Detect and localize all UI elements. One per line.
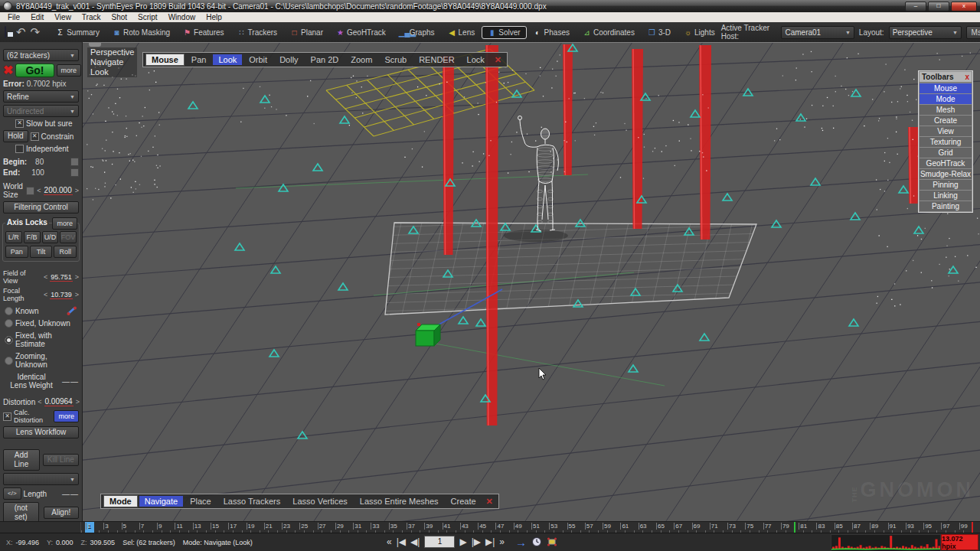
- step-back-button[interactable]: ◀|: [410, 535, 420, 549]
- slow-but-sure-checkbox[interactable]: ✕: [15, 119, 24, 128]
- active-tracker-host-select[interactable]: Camera01▼: [781, 26, 854, 39]
- axis-lock-ud[interactable]: U/D: [42, 231, 59, 243]
- align-button[interactable]: Align!: [44, 507, 80, 519]
- go-start-button[interactable]: |◀: [397, 535, 406, 549]
- mousebar-scrub[interactable]: Scrub: [379, 54, 412, 65]
- menu-item-window[interactable]: Window: [164, 13, 201, 21]
- fit-image-icon[interactable]: [547, 536, 557, 547]
- tab-graphs[interactable]: ▁▄▂Graphs: [393, 26, 441, 39]
- focal-length-value[interactable]: 10.739: [50, 291, 73, 299]
- world-size-value[interactable]: 200.000: [44, 186, 73, 195]
- axis-lock-fb[interactable]: F/B: [24, 231, 41, 243]
- tab-coordinates[interactable]: ⊿Coordinates: [577, 26, 641, 39]
- toolbars-item-pinning[interactable]: Pinning: [920, 180, 972, 190]
- direction-dropdown[interactable]: Undirected▼: [3, 105, 79, 117]
- constrain-checkbox[interactable]: ✕: [31, 132, 39, 141]
- step-forward-button[interactable]: |▶: [472, 535, 481, 549]
- toolbars-item-mode[interactable]: Mode: [920, 94, 972, 104]
- distortion-value[interactable]: 0.00964: [44, 397, 74, 406]
- menu-item-file[interactable]: File: [3, 13, 24, 21]
- cancel-solve-button[interactable]: ✖: [3, 65, 13, 76]
- toolbars-item-view[interactable]: View: [920, 126, 972, 136]
- filtering-control-button[interactable]: Filtering Control: [3, 201, 79, 214]
- fov-dec[interactable]: <: [44, 273, 47, 281]
- menu-item-shot[interactable]: Shot: [107, 13, 132, 21]
- mousebar-lock[interactable]: Lock: [462, 54, 490, 65]
- modebar-navigate[interactable]: Navigate: [139, 496, 183, 507]
- focal-dec[interactable]: <: [44, 291, 47, 298]
- lens-mode-radio[interactable]: [5, 336, 13, 344]
- timeline-ruler[interactable]: 1 13579111315171921232527293133353739414…: [80, 522, 978, 533]
- menu-item-view[interactable]: View: [50, 13, 76, 21]
- code-button[interactable]: </>: [3, 487, 21, 500]
- axis-lock-tilt[interactable]: Tilt: [30, 246, 53, 258]
- go-button[interactable]: Go!: [15, 64, 54, 77]
- layout-select[interactable]: Perspective▼: [889, 26, 962, 39]
- lens-mode-radio[interactable]: [5, 319, 13, 328]
- tab-roto-masking[interactable]: ◙Roto Masking: [106, 26, 176, 39]
- close-button[interactable]: x: [951, 2, 977, 11]
- length-value[interactable]: ——: [62, 490, 79, 498]
- axis-lock-pan[interactable]: Pan: [5, 246, 28, 258]
- tab-summary[interactable]: ΣSummary: [50, 26, 106, 39]
- lens-mode-radio[interactable]: [5, 307, 13, 315]
- viewport-menu-icon[interactable]: [89, 42, 101, 47]
- toolbars-close-icon[interactable]: x: [965, 73, 969, 81]
- menu-item-help[interactable]: Help: [201, 13, 227, 21]
- toolbars-item-mesh[interactable]: Mesh: [920, 105, 972, 115]
- toolbars-item-create[interactable]: Create: [920, 116, 972, 126]
- tab-trackers[interactable]: ∷Trackers: [231, 26, 284, 39]
- end-lock-box[interactable]: [70, 168, 79, 177]
- fov-inc[interactable]: >: [75, 273, 79, 281]
- frame-field[interactable]: 1: [424, 536, 455, 548]
- mousebar-mouse[interactable]: Mouse: [145, 54, 185, 66]
- world-size-inc[interactable]: >: [75, 187, 79, 194]
- toolbars-item-mouse[interactable]: Mouse: [920, 83, 972, 93]
- tab-features[interactable]: ⚑Features: [177, 26, 230, 39]
- playback-arrow-icon[interactable]: →: [515, 536, 527, 549]
- trackers-dropdown[interactable]: (62 trackers)▼: [3, 49, 79, 61]
- toolbars-item-smudge-relax[interactable]: Smudge-Relax: [920, 169, 972, 179]
- modebar-close-icon[interactable]: ✕: [483, 497, 496, 507]
- skip-end-button[interactable]: »: [499, 535, 505, 549]
- lens-mode-radio[interactable]: [5, 357, 13, 365]
- mousebar-zoom[interactable]: Zoom: [345, 54, 377, 65]
- msg-button[interactable]: Msg: [966, 26, 980, 39]
- focal-inc[interactable]: >: [75, 291, 79, 298]
- fov-value[interactable]: 95.751: [50, 273, 73, 282]
- play-button[interactable]: ▶: [459, 535, 466, 549]
- axis-lock-lr[interactable]: L/R: [5, 231, 22, 243]
- modebar-lasso-vertices[interactable]: Lasso Vertices: [287, 496, 353, 507]
- maximize-button[interactable]: □: [928, 2, 949, 11]
- line-dropdown[interactable]: ▼: [3, 473, 79, 485]
- tab-3d[interactable]: ❒3-D: [642, 26, 677, 39]
- solve-mode-dropdown[interactable]: Refine▼: [3, 90, 79, 103]
- title-bar[interactable]: 8Y8A0449_trak_v001 - SynthEyes Pro 1809 …: [0, 0, 980, 12]
- perspective-viewport[interactable]: Perspective Navigate Look MousePanLookOr…: [83, 42, 980, 522]
- modebar-place[interactable]: Place: [185, 496, 217, 507]
- mousebar-pan[interactable]: Pan: [186, 54, 212, 65]
- mousebar-look[interactable]: Look: [213, 54, 242, 65]
- independent-checkbox[interactable]: [15, 145, 24, 153]
- toolbars-item-painting[interactable]: Painting: [920, 201, 972, 211]
- begin-lock-box[interactable]: [70, 158, 79, 166]
- begin-value[interactable]: 80: [35, 158, 44, 166]
- modebar-lasso-entire-meshes[interactable]: Lasso Entire Meshes: [354, 496, 444, 507]
- tab-solver[interactable]: ▮Solver: [482, 26, 526, 39]
- toolbars-item-texturing[interactable]: Texturing: [920, 137, 972, 147]
- not-set-button[interactable]: (not set): [3, 502, 39, 523]
- save-icon[interactable]: [5, 26, 6, 38]
- go-end-button[interactable]: ▶|: [485, 535, 495, 549]
- add-line-button[interactable]: Add Line: [3, 449, 40, 471]
- distortion-more-button[interactable]: more: [54, 410, 79, 422]
- tab-geohtrack[interactable]: ★GeoHTrack: [330, 26, 392, 39]
- hold-button[interactable]: Hold: [3, 130, 28, 142]
- kill-line-button[interactable]: Kill Line: [43, 454, 80, 466]
- axis-lock-roll[interactable]: Roll: [54, 246, 77, 258]
- playback-timing-icon[interactable]: [531, 536, 542, 547]
- minimize-button[interactable]: –: [905, 2, 926, 11]
- menu-item-track[interactable]: Track: [77, 13, 106, 21]
- lens-workflow-button[interactable]: Lens Workflow: [3, 426, 79, 439]
- mousebar-dolly[interactable]: Dolly: [274, 54, 303, 65]
- mousebar-pan-2d[interactable]: Pan 2D: [305, 54, 345, 65]
